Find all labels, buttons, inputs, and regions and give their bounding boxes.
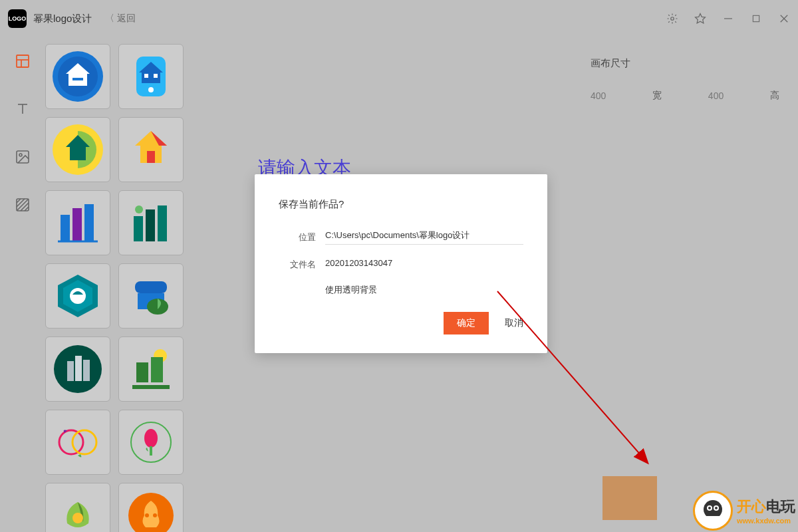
svg-point-60 (704, 500, 722, 519)
app-title: 幂果logo设计 (33, 13, 92, 25)
svg-rect-30 (84, 204, 94, 241)
svg-rect-48 (151, 357, 163, 382)
svg-point-23 (148, 87, 154, 92)
watermark: 开心电玩 www.kxdw.com (693, 491, 795, 531)
filename-label: 文件名 (279, 259, 316, 271)
svg-rect-45 (83, 360, 90, 381)
cancel-button[interactable]: 取消 (505, 317, 523, 329)
watermark-mascot-icon (693, 491, 733, 531)
transparent-checkbox-label[interactable]: 使用透明背景 (325, 284, 523, 299)
logo-template[interactable] (118, 336, 184, 402)
save-export-button[interactable] (602, 476, 657, 520)
svg-rect-27 (147, 151, 155, 163)
svg-point-38 (70, 288, 86, 304)
close-icon[interactable] (778, 13, 790, 25)
back-button[interactable]: 〈 返回 (105, 13, 136, 25)
logo-template[interactable] (45, 44, 110, 109)
watermark-brand-1: 开心 (737, 498, 766, 515)
logo-template[interactable] (45, 410, 110, 475)
svg-point-54 (72, 513, 83, 523)
layout-icon[interactable] (15, 53, 31, 69)
logo-template[interactable] (45, 336, 110, 402)
panel-title: 画布尺寸 (591, 57, 779, 70)
logo-template[interactable] (118, 483, 184, 532)
svg-point-12 (19, 154, 22, 156)
star-icon[interactable] (694, 13, 706, 25)
svg-rect-47 (136, 362, 148, 382)
width-value: 400 (591, 90, 606, 101)
svg-rect-34 (158, 205, 167, 241)
save-dialog: 保存当前作品? 位置 C:\Users\pc\Documents\幂果logo设… (255, 174, 547, 353)
svg-point-35 (135, 205, 143, 213)
maximize-icon[interactable] (750, 13, 762, 25)
minimize-icon[interactable] (722, 13, 734, 25)
svg-rect-33 (146, 209, 155, 241)
svg-point-49 (59, 430, 83, 454)
watermark-url: www.kxdw.com (737, 517, 795, 525)
svg-rect-39 (135, 281, 167, 293)
chevron-left-icon: 〈 (105, 13, 114, 25)
svg-line-15 (17, 199, 25, 207)
location-label: 位置 (279, 231, 316, 243)
back-label: 返回 (117, 13, 136, 25)
svg-rect-3 (753, 15, 759, 21)
logo-template[interactable] (118, 117, 184, 182)
svg-rect-21 (72, 78, 83, 80)
svg-point-57 (153, 513, 157, 517)
svg-rect-32 (134, 216, 143, 241)
logo-template[interactable] (45, 190, 110, 255)
logo-template[interactable] (45, 263, 110, 329)
width-label: 宽 (652, 90, 662, 102)
logo-gallery (45, 37, 211, 532)
svg-rect-43 (67, 361, 74, 381)
svg-line-17 (21, 203, 29, 211)
gear-icon[interactable] (666, 13, 678, 25)
svg-point-50 (72, 430, 96, 454)
logo-template[interactable] (118, 190, 184, 255)
svg-rect-53 (150, 446, 152, 456)
height-value: 400 (708, 90, 724, 101)
logo-template[interactable] (118, 44, 184, 109)
image-icon[interactable] (15, 149, 31, 165)
watermark-brand-2: 电玩 (766, 498, 795, 515)
svg-rect-6 (17, 55, 29, 67)
svg-rect-29 (72, 208, 82, 241)
logo-template[interactable] (118, 410, 184, 475)
location-input[interactable]: C:\Users\pc\Documents\幂果logo设计 (325, 229, 523, 245)
filename-input[interactable]: 20201203143047 (325, 258, 523, 271)
properties-panel: 画布尺寸 400 宽 400 高 (572, 37, 798, 532)
logo-template[interactable] (45, 483, 110, 532)
logo-template[interactable] (45, 117, 110, 182)
svg-point-64 (715, 507, 718, 509)
sidebar (0, 37, 45, 532)
pattern-icon[interactable] (15, 197, 31, 213)
height-label: 高 (770, 90, 779, 102)
svg-point-56 (145, 513, 149, 517)
app-logo: LOGO (8, 9, 27, 28)
svg-rect-44 (75, 356, 82, 381)
svg-rect-25 (154, 74, 158, 78)
titlebar: LOGO 幂果logo设计 〈 返回 (0, 0, 798, 37)
svg-point-0 (671, 17, 674, 21)
logo-template[interactable] (118, 263, 184, 329)
dialog-title: 保存当前作品? (279, 198, 523, 211)
svg-rect-28 (61, 215, 70, 241)
svg-point-63 (708, 507, 711, 509)
svg-marker-1 (696, 14, 706, 23)
confirm-button[interactable]: 确定 (444, 312, 489, 334)
svg-point-52 (144, 429, 158, 448)
text-icon[interactable] (15, 101, 31, 117)
svg-rect-24 (144, 74, 148, 78)
